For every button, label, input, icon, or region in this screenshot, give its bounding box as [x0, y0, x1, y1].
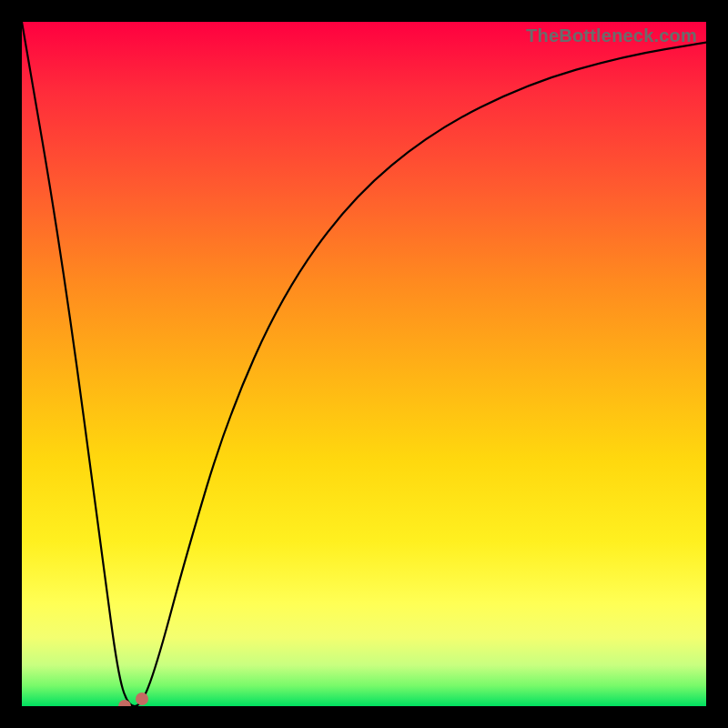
- marker-point: [118, 700, 131, 706]
- plot-area: TheBottleneck.com: [22, 22, 706, 706]
- marker-point: [136, 693, 148, 705]
- chart-frame: TheBottleneck.com: [0, 0, 728, 728]
- curve-svg: [22, 22, 706, 706]
- bottleneck-curve-path: [22, 22, 706, 706]
